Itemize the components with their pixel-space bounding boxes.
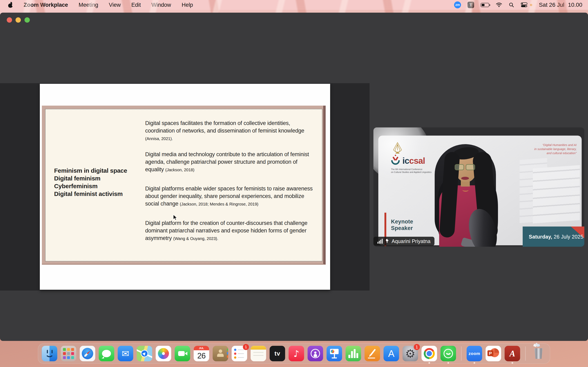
calendar-month: JUL (194, 346, 209, 350)
dock-separator (525, 346, 526, 361)
slide-content-box: Feminism in digital space Digital femini… (45, 109, 322, 261)
participant-name-label: Aquarini Priyatna (373, 237, 434, 246)
slide-title-line: Cyberfeminism (54, 182, 144, 190)
dock-numbers-icon[interactable] (346, 346, 361, 361)
pin-icon (385, 239, 389, 244)
speaker-video-tile[interactable]: iccsal The 6th International Conference … (373, 127, 584, 247)
tv-label: tv (274, 350, 280, 357)
connection-quality-icon (378, 239, 383, 244)
envelope-icon: ✉ (122, 349, 129, 359)
dock-trash-icon[interactable] (531, 346, 546, 361)
running-indicator (474, 362, 475, 364)
running-indicator (512, 362, 513, 364)
dock-music-icon[interactable]: ♪ (289, 346, 304, 361)
citation: (Jackson, 2018) (165, 167, 194, 172)
speaker-figure (373, 127, 584, 247)
zoom-meeting-window: Feminism in digital space Digital femini… (0, 13, 588, 341)
presentation-slide: Feminism in digital space Digital femini… (40, 84, 330, 290)
participant-name: Aquarini Priyatna (392, 238, 430, 244)
dock-appstore-icon[interactable]: A (384, 346, 399, 361)
dock-podcasts-icon[interactable] (308, 346, 323, 361)
dock-mail-icon[interactable]: ✉ (118, 346, 133, 361)
dock-calendar-icon[interactable]: JUL 26 (194, 346, 209, 361)
dock-safari-icon[interactable] (80, 346, 95, 361)
apple-bite (12, 4, 14, 6)
dock: ✉ JUL 26 1 tv ♪ A 1 ⚙ (38, 343, 550, 364)
close-button[interactable] (7, 17, 12, 23)
speaker-glasses (455, 164, 475, 170)
citation: (Wang & Ouyang, 2023). (173, 236, 218, 241)
mouse-cursor (173, 215, 178, 221)
dock-photos-icon[interactable] (156, 346, 171, 361)
slide-content-frame: Feminism in digital space Digital femini… (42, 106, 326, 265)
dock-separator (461, 346, 462, 361)
slide-paragraph: Digital spaces facilitates the formation… (145, 119, 316, 142)
dock-reminders-icon[interactable]: 1 (232, 346, 247, 361)
paragraph-text: Digital platform for the creation of cou… (145, 220, 307, 241)
dock-keynote-icon[interactable] (327, 346, 342, 361)
desktop: { "menu": { "items": ["Zoom Workplace", … (0, 0, 588, 367)
dock-finder-icon[interactable] (42, 346, 57, 361)
zoom-label: zoom (468, 351, 480, 356)
dock-powerpoint-icon[interactable]: P (486, 346, 501, 361)
dock-pages-icon[interactable] (365, 346, 380, 361)
powerpoint-p: P (488, 350, 493, 356)
slide-title-line: Digital feminist activism (54, 190, 144, 198)
slide-title-line: Digital feminism (54, 175, 144, 182)
running-indicator (448, 362, 449, 364)
minimize-button[interactable] (16, 17, 21, 23)
dock-contacts-icon[interactable] (213, 346, 228, 361)
fullscreen-button[interactable] (25, 17, 30, 23)
notification-badge: 1 (414, 344, 420, 350)
shared-screen-region: Feminism in digital space Digital femini… (0, 83, 370, 291)
gear-icon: ⚙ (405, 347, 415, 360)
dock-messages-icon[interactable] (99, 346, 114, 361)
dock-whatsapp-icon[interactable] (441, 346, 456, 361)
notification-badge: 1 (243, 344, 249, 350)
slide-title-line: Feminism in digital space (54, 167, 144, 175)
slide-title: Feminism in digital space Digital femini… (54, 167, 144, 198)
dock-launchpad-icon[interactable] (61, 346, 76, 361)
dock-maps-icon[interactable] (137, 346, 152, 361)
paragraph-text: Digital spaces facilitates the formation… (145, 120, 304, 134)
appstore-a: A (388, 348, 394, 359)
running-indicator (429, 362, 430, 364)
dock-settings-icon[interactable]: 1 ⚙ (403, 346, 418, 361)
dock-zoom-icon[interactable]: zoom (467, 346, 482, 361)
music-note-icon: ♪ (293, 349, 299, 359)
dock-facetime-icon[interactable] (175, 346, 190, 361)
acrobat-a: A (509, 349, 515, 359)
slide-paragraph: Digital platforms enable wider spaces fo… (145, 185, 316, 208)
battery-icon[interactable] (481, 3, 489, 7)
dock-acrobat-icon[interactable]: A (505, 346, 520, 361)
dock-appletv-icon[interactable]: tv (270, 346, 285, 361)
citation: (Jackson, 2018; Mendes & Ringrose, 2019) (180, 202, 259, 206)
dock-notes-icon[interactable] (251, 346, 266, 361)
slide-paragraph: Digital platform for the creation of cou… (145, 219, 316, 242)
dock-chrome-icon[interactable] (422, 346, 437, 361)
apple-menu-icon[interactable] (8, 2, 13, 8)
calendar-day: 26 (197, 350, 205, 361)
slide-paragraph: Digital media and technology contribute … (145, 151, 316, 174)
citation: (Annisa, 2021). (145, 136, 173, 141)
battery-level (482, 4, 484, 6)
